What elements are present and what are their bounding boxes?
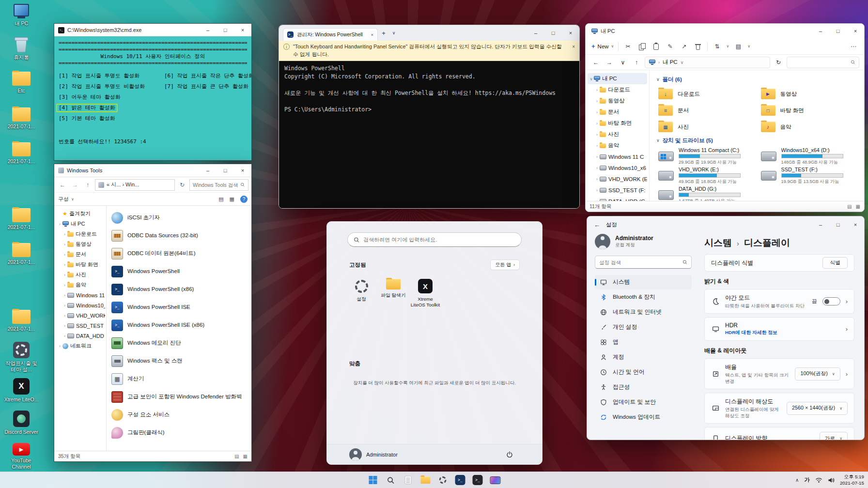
expand-chevron[interactable]: ›	[594, 177, 600, 182]
expand-chevron[interactable]: ›	[62, 283, 67, 288]
desktop-icon[interactable]: YouTube Channel	[2, 443, 40, 470]
address-bar[interactable]: « 시... › Win...	[95, 179, 175, 191]
ime-indicator[interactable]: 가	[804, 476, 810, 484]
drive-tile[interactable]: DATA_HDD (G:) 1.67TB 중 1.40TB 사용 가능	[656, 185, 755, 201]
cut-button[interactable]	[623, 41, 633, 52]
back-button[interactable]	[590, 57, 601, 68]
explorer-titlebar[interactable]: 내 PC	[586, 24, 864, 38]
nav-accounts[interactable]: 계정	[595, 350, 692, 365]
expand-chevron[interactable]: ›	[57, 222, 62, 227]
nav-accessibility[interactable]: 접근성	[595, 380, 692, 395]
identify-button[interactable]: 식별	[822, 257, 848, 269]
thumbnails-button[interactable]	[230, 196, 234, 202]
tree-item[interactable]: › 바탕 화면	[55, 259, 105, 270]
close-button[interactable]	[847, 216, 864, 233]
terminal-tab[interactable]: 관리자: Windows PowerShell	[283, 28, 378, 41]
tree-item[interactable]: › 음악	[55, 280, 105, 290]
scale-row[interactable]: 배율 텍스트, 앱 및 기타 항목의 크기 변경 100%(권장)	[704, 358, 854, 389]
tree-item[interactable]: › DATA_HDD (G	[588, 196, 647, 201]
tab-close-button[interactable]	[371, 32, 373, 37]
expand-chevron[interactable]: ›	[62, 273, 67, 277]
organize-button[interactable]: 구성	[58, 196, 74, 203]
tree-item[interactable]: › 사진	[588, 129, 647, 140]
user-button[interactable]: Administrator	[349, 448, 398, 461]
desktop-icon[interactable]: 2021-07-1...	[2, 243, 40, 265]
expand-chevron[interactable]: ›	[594, 166, 600, 170]
nav-network-internet[interactable]: 네트워크 및 인터넷	[595, 305, 692, 320]
tool-item[interactable]: 구성 요소 서비스	[108, 406, 249, 424]
close-button[interactable]	[234, 164, 251, 177]
cmd-output[interactable]: ========================================…	[54, 36, 251, 160]
folder-tile[interactable]: 동영상	[759, 86, 858, 102]
expand-chevron[interactable]: ›	[57, 344, 62, 349]
expand-chevron[interactable]: ∨	[589, 76, 594, 81]
expand-chevron[interactable]: ›	[62, 242, 67, 247]
tree-item[interactable]: › 사진	[55, 270, 105, 280]
orientation-row[interactable]: 디스플레이 방향 가로	[704, 427, 854, 440]
folder-tile[interactable]: 바탕 화면	[759, 102, 858, 119]
scale-dropdown[interactable]: 100%(권장)	[795, 367, 840, 381]
minimize-button[interactable]	[527, 25, 544, 41]
tree-item[interactable]: › 문서	[588, 107, 647, 118]
tools-search-box[interactable]	[189, 179, 248, 191]
tree-item[interactable]: › 다운로드	[55, 229, 105, 239]
forward-button[interactable]	[604, 57, 615, 68]
nav-bluetooth-devices[interactable]: Bluetooth & 장치	[595, 290, 692, 305]
settings-button[interactable]	[435, 473, 450, 487]
volume-icon[interactable]	[828, 477, 835, 483]
tree-item[interactable]: › SSD_TEST (F:	[588, 184, 647, 196]
close-button[interactable]	[562, 25, 579, 41]
drive-tile[interactable]: Windows10_x64 (D:) 148GB 중 48.9GB 사용 가능	[759, 147, 858, 166]
powershell-button[interactable]	[453, 473, 468, 487]
settings-search-box[interactable]	[595, 256, 692, 269]
desktop-icon[interactable]: Xtreme LiteO...	[2, 378, 40, 403]
folder-tile[interactable]: 음악	[759, 119, 858, 135]
large-icons-view-button[interactable]	[856, 204, 860, 209]
desktop-icon[interactable]: 2021-07-1...	[2, 310, 40, 332]
tool-item[interactable]: ODBC Data Sources (32-bit)	[108, 227, 249, 244]
paste-button[interactable]	[651, 41, 661, 52]
pinned-app[interactable]: Xtreme LiteOS Toolkit	[409, 275, 441, 312]
icons-view-button[interactable]	[243, 454, 248, 459]
breadcrumb[interactable]: 내 PC	[645, 57, 770, 68]
expand-chevron[interactable]: ›	[62, 232, 67, 237]
tree-item[interactable]: › Windows10_x64 (	[55, 300, 105, 310]
cmd-prompt[interactable]: 번호를 선택하세요!! 1234567 :4	[59, 138, 247, 145]
tree-item[interactable]: › 음악	[588, 140, 647, 151]
nav-time-language[interactable]: 시간 및 언어	[595, 365, 692, 380]
cmd-button[interactable]	[470, 473, 485, 487]
power-button[interactable]	[502, 447, 517, 462]
tab-dropdown-button[interactable]	[389, 30, 398, 35]
tool-item[interactable]: Windows PowerShell	[108, 262, 249, 280]
minimize-button[interactable]	[812, 216, 829, 233]
up-button[interactable]	[631, 57, 642, 68]
orientation-dropdown[interactable]: 가로	[820, 432, 848, 440]
tool-item[interactable]: 계산기	[108, 370, 249, 388]
rename-button[interactable]	[665, 41, 675, 52]
tree-item[interactable]: › VHD_WORK (E	[588, 173, 647, 184]
minimize-button[interactable]	[199, 164, 217, 177]
hdr-info-link[interactable]: HDR에 대한 자세한 정보	[725, 330, 840, 336]
breadcrumb-root[interactable]: 시스템	[704, 237, 732, 249]
desktop-icon[interactable]: Discord Server	[2, 411, 40, 435]
all-apps-button[interactable]: 모든 앱	[490, 259, 520, 270]
back-button[interactable]	[594, 221, 600, 229]
cmd-titlebar[interactable]: C:\Windows\system32\cmd.exe	[54, 24, 251, 36]
minimize-button[interactable]	[812, 24, 829, 38]
network-icon[interactable]	[815, 477, 822, 483]
expand-chevron[interactable]: ›	[594, 110, 600, 115]
expand-chevron[interactable]: ›	[62, 334, 67, 338]
more-button[interactable]	[849, 41, 858, 52]
tool-item[interactable]: Windows PowerShell (x86)	[108, 280, 249, 298]
expand-chevron[interactable]: ›	[594, 188, 600, 193]
up-button[interactable]	[82, 180, 93, 190]
settings-titlebar[interactable]: 설정	[587, 216, 864, 233]
start-search-box[interactable]	[347, 232, 522, 247]
tree-item[interactable]: › Windows 11 C	[588, 151, 647, 162]
expand-chevron[interactable]: ›	[62, 323, 67, 328]
taskbar-clock[interactable]: 오후 5:19 2021-07-15	[840, 474, 864, 486]
tool-item[interactable]: Windows 메모리 진단	[108, 334, 249, 352]
desktop[interactable]: 내 PC 휴지통 Etc 2021-07-1... 2021-07-1... 2…	[0, 0, 868, 488]
desktop-icon[interactable]: 2021-07-1...	[2, 142, 40, 165]
tree-item[interactable]: › 다운로드	[588, 84, 647, 95]
